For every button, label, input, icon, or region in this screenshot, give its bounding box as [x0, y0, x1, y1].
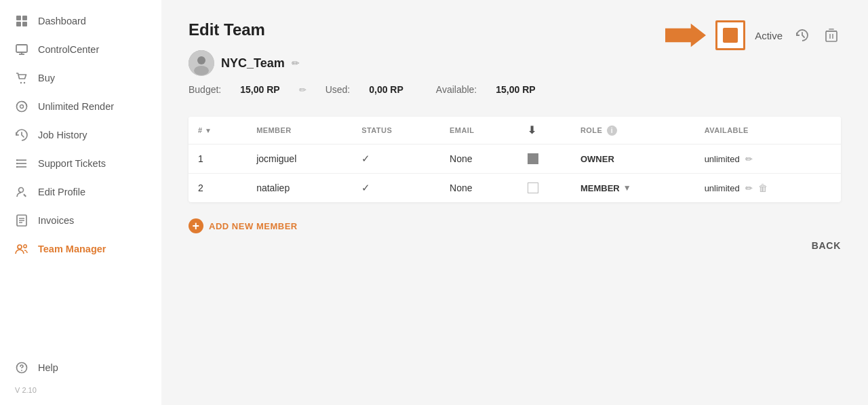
sidebar-item-buy[interactable]: Buy — [0, 64, 161, 92]
cell-num: 1 — [189, 144, 247, 174]
sidebar-item-controlcenter[interactable]: ControlCenter — [0, 35, 161, 64]
sidebar-item-invoices[interactable]: Invoices — [0, 206, 161, 235]
sidebar-item-label: Invoices — [38, 215, 74, 226]
cell-checkbox[interactable] — [518, 174, 571, 203]
status-label: Active — [755, 30, 783, 41]
col-member: MEMBER — [247, 117, 352, 144]
table-row: 2 nataliep ✓ None MEMBER ▼ unli — [189, 174, 841, 203]
sidebar-item-edit-profile[interactable]: Edit Profile — [0, 178, 161, 206]
svg-rect-4 — [16, 45, 27, 52]
sidebar-item-label: Job History — [38, 130, 87, 140]
team-name-edit-icon[interactable]: ✏ — [292, 58, 300, 69]
available-value: unlimited — [705, 154, 740, 164]
budget-row: Budget: 15,00 RP ✏ Used: 0,00 RP Availab… — [189, 84, 549, 95]
top-bar: Edit Team NYC_Team ✏ Budget: 15,00 RP ✏ — [189, 20, 841, 110]
delete-team-icon[interactable] — [822, 25, 841, 45]
team-header: NYC_Team ✏ — [189, 50, 549, 76]
svg-rect-30 — [826, 31, 837, 41]
svg-marker-29 — [665, 24, 706, 47]
svg-rect-3 — [22, 22, 27, 26]
history-action-icon[interactable] — [792, 25, 812, 45]
member-checkbox-filled[interactable] — [528, 153, 538, 164]
available-value: unlimited — [705, 183, 740, 193]
back-button-container: BACK — [189, 240, 841, 251]
role-label: OWNER — [580, 154, 614, 164]
sort-icon[interactable]: ▼ — [205, 127, 212, 134]
sidebar-item-label: ControlCenter — [38, 44, 99, 55]
add-circle-icon: + — [189, 218, 203, 233]
sidebar-item-help[interactable]: Help — [0, 353, 161, 382]
add-member-label: ADD NEW MEMBER — [209, 221, 298, 231]
cell-available: unlimited ✏ — [695, 144, 841, 174]
monitor-icon — [15, 43, 28, 56]
available-value: 15,00 RP — [496, 84, 535, 95]
svg-point-22 — [18, 245, 22, 249]
status-toggle-box[interactable] — [715, 20, 745, 50]
available-delete-icon[interactable]: 🗑 — [758, 182, 768, 193]
history-icon — [15, 128, 28, 142]
cell-status: ✓ — [352, 174, 440, 203]
sidebar-item-label: Team Manager — [38, 244, 106, 254]
cell-available: unlimited ✏ 🗑 — [695, 174, 841, 203]
role-info-icon[interactable]: i — [607, 126, 617, 136]
page-title: Edit Team — [189, 20, 549, 39]
grid-icon — [15, 14, 28, 28]
table-row: 1 jocmiguel ✓ None OWNER unlimited ✏ — [189, 144, 841, 174]
svg-point-17 — [19, 188, 24, 193]
team-name: NYC_Team — [221, 56, 285, 71]
sidebar-item-label: Support Tickets — [38, 158, 106, 169]
svg-point-28 — [194, 66, 209, 75]
list-icon — [15, 157, 28, 170]
sidebar-item-team-manager[interactable]: Team Manager — [0, 235, 161, 263]
budget-edit-icon[interactable]: ✏ — [299, 85, 307, 95]
member-checkbox-empty[interactable] — [528, 182, 538, 193]
used-label: Used: — [326, 84, 351, 95]
cell-email: None — [440, 174, 518, 203]
svg-point-25 — [21, 370, 22, 371]
cell-role: OWNER — [571, 144, 695, 174]
arrow-annotation — [665, 20, 706, 50]
col-status: STATUS — [352, 117, 440, 144]
cell-role: MEMBER ▼ — [571, 174, 695, 203]
cell-num: 2 — [189, 174, 247, 203]
col-download: ⬇ — [518, 117, 571, 144]
sidebar-item-label: Unlimited Render — [38, 101, 114, 112]
budget-label: Budget: — [189, 84, 221, 95]
status-check-icon: ✓ — [361, 153, 370, 164]
svg-point-23 — [24, 245, 26, 248]
status-check-icon: ✓ — [361, 182, 370, 193]
available-edit-icon[interactable]: ✏ — [745, 154, 753, 164]
col-role: ROLE i — [571, 117, 695, 144]
download-icon[interactable]: ⬇ — [528, 124, 536, 136]
back-button[interactable]: BACK — [812, 240, 841, 251]
user-edit-icon — [15, 185, 28, 199]
sidebar-item-unlimited-render[interactable]: Unlimited Render — [0, 92, 161, 121]
add-member-button[interactable]: + ADD NEW MEMBER — [189, 218, 841, 233]
svg-rect-0 — [16, 16, 21, 20]
sidebar-item-label: Dashboard — [38, 16, 86, 26]
table-header-row: # ▼ MEMBER STATUS EMAIL ⬇ ROLE i AVAILAB… — [189, 117, 841, 144]
available-row: unlimited ✏ 🗑 — [705, 182, 831, 193]
cart-icon — [15, 71, 28, 85]
available-label: Available: — [436, 84, 477, 95]
sidebar-item-job-history[interactable]: Job History — [0, 121, 161, 149]
sidebar-item-dashboard[interactable]: Dashboard — [0, 7, 161, 35]
available-edit-icon[interactable]: ✏ — [745, 183, 753, 193]
status-inner-square — [723, 28, 738, 43]
members-table: # ▼ MEMBER STATUS EMAIL ⬇ ROLE i AVAILAB… — [189, 117, 841, 202]
sidebar: Dashboard ControlCenter Buy — [0, 0, 161, 405]
svg-rect-2 — [16, 22, 21, 26]
cell-checkbox[interactable] — [518, 144, 571, 174]
sidebar-item-label: Buy — [38, 73, 55, 83]
svg-point-15 — [16, 163, 18, 164]
arrow-icon — [665, 20, 706, 50]
sidebar-item-support-tickets[interactable]: Support Tickets — [0, 149, 161, 178]
disc-icon — [15, 100, 28, 113]
cell-status: ✓ — [352, 144, 440, 174]
role-dropdown-icon[interactable]: ▼ — [623, 183, 631, 193]
sidebar-item-label: Edit Profile — [38, 187, 85, 197]
col-num: # ▼ — [189, 117, 247, 144]
title-section: Edit Team NYC_Team ✏ Budget: 15,00 RP ✏ — [189, 20, 549, 110]
help-icon — [15, 361, 28, 374]
col-available: AVAILABLE — [695, 117, 841, 144]
